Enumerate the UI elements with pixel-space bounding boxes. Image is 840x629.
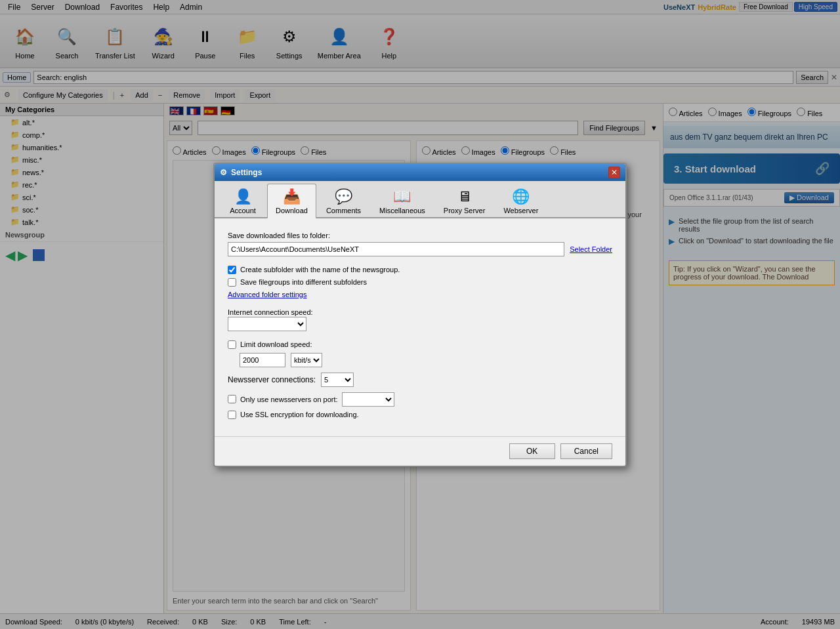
speed-value-row: kbit/s: [240, 353, 612, 367]
limit-speed-checkbox[interactable]: [228, 340, 236, 349]
save-filegroups-label: Save filegroups into different subfolder…: [240, 278, 367, 286]
connection-speed-select[interactable]: [228, 317, 306, 331]
proxy-tab-label: Proxy Server: [444, 207, 486, 214]
speed-unit-select[interactable]: kbit/s: [291, 353, 322, 367]
account-tab-label: Account: [230, 207, 256, 214]
modal-overlay: ⚙ Settings ✕ 👤 Account 📥 Download 💬 Comm…: [0, 0, 840, 629]
newsserver-connections-label: Newsserver connections:: [228, 375, 316, 384]
connection-speed-row: [228, 317, 612, 331]
misc-tab-icon: 📖: [393, 188, 411, 205]
ok-button[interactable]: OK: [509, 443, 555, 459]
settings-icon-small: ⚙: [220, 168, 227, 177]
proxy-tab-icon: 🖥: [457, 188, 472, 205]
tab-bar: 👤 Account 📥 Download 💬 Comments 📖 Miscel…: [215, 181, 625, 218]
ssl-checkbox[interactable]: [228, 411, 236, 419]
only-port-label: Only use newsservers on port:: [240, 396, 338, 403]
settings-dialog: ⚙ Settings ✕ 👤 Account 📥 Download 💬 Comm…: [213, 163, 627, 467]
newsserver-connections-select[interactable]: 5: [321, 373, 354, 387]
comments-tab-icon: 💬: [335, 188, 352, 205]
save-folder-section: Save downloaded files to folder: Select …: [228, 232, 612, 256]
create-subfolder-checkbox[interactable]: [228, 266, 236, 274]
folder-path-row: Select Folder: [228, 242, 612, 256]
only-port-checkbox[interactable]: [228, 395, 236, 403]
ssl-row: Use SSL encryption for downloading.: [228, 411, 612, 419]
create-subfolder-row: Create subfolder with the name of the ne…: [228, 266, 612, 274]
save-filegroups-checkbox[interactable]: [228, 278, 236, 287]
webserver-tab-icon: 🌐: [512, 188, 530, 205]
cancel-button[interactable]: Cancel: [560, 443, 612, 459]
advanced-folder-link[interactable]: Advanced folder settings: [228, 291, 612, 298]
folder-path-input[interactable]: [228, 242, 564, 256]
tab-account[interactable]: 👤 Account: [220, 184, 266, 217]
limit-speed-label: Limit download speed:: [240, 340, 312, 348]
connection-speed-label: Internet connection speed:: [228, 308, 313, 316]
dialog-title: Settings: [231, 168, 262, 177]
download-tab-label: Download: [276, 207, 308, 214]
tab-comments[interactable]: 💬 Comments: [318, 184, 369, 217]
dialog-buttons: OK Cancel: [215, 436, 625, 466]
comments-tab-label: Comments: [326, 207, 361, 214]
tab-webserver[interactable]: 🌐 Webserver: [495, 184, 547, 217]
save-folder-label: Save downloaded files to folder:: [228, 232, 612, 239]
tab-download[interactable]: 📥 Download: [267, 184, 316, 218]
webserver-tab-label: Webserver: [503, 207, 538, 214]
limit-speed-row: Limit download speed:: [228, 340, 612, 349]
download-tab-icon: 📥: [283, 188, 301, 205]
connection-speed-section: Internet connection speed:: [228, 308, 612, 331]
ssl-label: Use SSL encryption for downloading.: [240, 411, 359, 418]
dialog-content: Save downloaded files to folder: Select …: [215, 218, 625, 436]
create-subfolder-label: Create subfolder with the name of the ne…: [240, 266, 400, 274]
newsserver-connections-row: Newsserver connections: 5: [228, 373, 612, 387]
dialog-titlebar: ⚙ Settings ✕: [215, 164, 625, 181]
dialog-close-button[interactable]: ✕: [608, 167, 620, 178]
select-folder-link[interactable]: Select Folder: [570, 245, 612, 253]
misc-tab-label: Miscellaneous: [379, 207, 425, 214]
tab-misc[interactable]: 📖 Miscellaneous: [371, 184, 434, 217]
port-select[interactable]: [342, 392, 394, 407]
speed-value-input[interactable]: [240, 353, 285, 367]
save-filegroups-row: Save filegroups into different subfolder…: [228, 278, 612, 287]
only-port-row: Only use newsservers on port:: [228, 392, 612, 407]
account-tab-icon: 👤: [234, 188, 252, 205]
tab-proxy[interactable]: 🖥 Proxy Server: [435, 184, 494, 217]
